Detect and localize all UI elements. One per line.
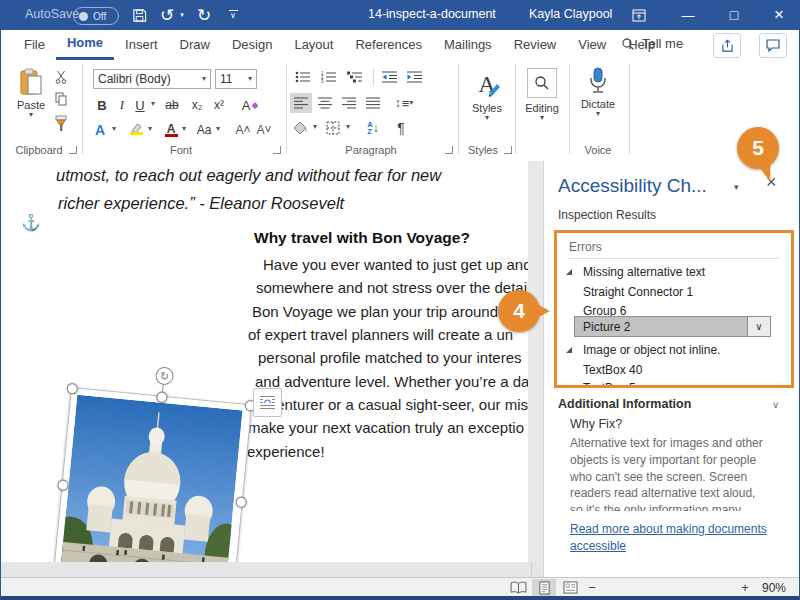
clipboard-dialog-launcher[interactable] — [69, 146, 77, 154]
align-left-button[interactable] — [290, 93, 312, 113]
pilcrow-icon: ¶ — [397, 120, 405, 136]
error-item[interactable]: TextBox 5 — [583, 381, 636, 388]
resize-handle-middle-right[interactable] — [235, 496, 247, 508]
ribbon-display-options-button[interactable] — [627, 0, 651, 30]
tab-insert[interactable]: Insert — [114, 30, 169, 60]
collapse-triangle-icon[interactable] — [566, 269, 572, 275]
editing-button[interactable]: Editing ▾ — [520, 68, 564, 122]
document-page[interactable]: utmost, to reach out eagerly and without… — [1, 161, 528, 562]
font-dialog-launcher[interactable] — [273, 146, 281, 154]
error-group-label[interactable]: Image or object not inline. — [583, 343, 720, 357]
shading-button[interactable] — [290, 118, 310, 138]
error-item[interactable]: TextBox 40 — [583, 363, 642, 377]
read-mode-button[interactable] — [506, 579, 530, 596]
tell-me-search[interactable]: Tell me — [621, 36, 683, 51]
tab-layout[interactable]: Layout — [283, 30, 344, 60]
tab-home[interactable]: Home — [56, 30, 114, 60]
undo-button[interactable]: ↺ — [156, 0, 178, 30]
maximize-button[interactable]: □ — [719, 0, 749, 30]
tab-review[interactable]: Review — [503, 30, 568, 60]
resize-handle-top-center[interactable] — [156, 391, 168, 403]
highlight-button[interactable] — [127, 118, 145, 140]
multilevel-list-button[interactable] — [345, 68, 365, 86]
zoom-level[interactable]: 90% — [757, 579, 791, 596]
error-item[interactable]: Straight Connector 1 — [583, 285, 693, 299]
numbering-button[interactable]: 123 — [319, 68, 339, 86]
collapse-triangle-icon[interactable] — [566, 347, 572, 353]
undo-dropdown[interactable]: ▾ — [177, 0, 187, 30]
underline-dropdown[interactable]: ▾ — [148, 100, 158, 108]
read-more-link[interactable]: Read more about making documents accessi… — [570, 521, 775, 556]
show-hide-pilcrow-button[interactable]: ¶ — [391, 118, 411, 138]
copy-button[interactable] — [51, 90, 71, 108]
text-effects-label: A — [95, 122, 105, 138]
dictate-button[interactable]: Dictate ▾ — [575, 66, 621, 118]
underline-button[interactable]: U — [132, 95, 148, 115]
shrink-font-button[interactable]: A˅ — [254, 120, 274, 140]
grow-font-button[interactable]: A˄ — [233, 120, 253, 140]
rotation-handle[interactable]: ↻ — [155, 366, 175, 386]
layout-options-button[interactable] — [253, 388, 282, 417]
align-center-button[interactable] — [314, 93, 336, 113]
tab-view[interactable]: View — [567, 30, 617, 60]
borders-button[interactable] — [323, 118, 343, 138]
highlight-dropdown[interactable]: ▾ — [145, 125, 155, 133]
tab-draw[interactable]: Draw — [169, 30, 221, 60]
customize-qat-button[interactable]: ∨ — [225, 0, 241, 30]
align-right-button[interactable] — [338, 93, 360, 113]
format-painter-button[interactable] — [49, 112, 73, 134]
close-button[interactable]: × — [763, 0, 795, 30]
web-layout-button[interactable] — [558, 579, 582, 596]
tab-mailings[interactable]: Mailings — [433, 30, 503, 60]
body-line: of expert travel planners will create a … — [248, 326, 513, 343]
resize-handle-top-left[interactable] — [66, 383, 78, 395]
error-group-label[interactable]: Missing alternative text — [583, 265, 705, 279]
bold-button[interactable]: B — [93, 95, 111, 115]
zoom-in-button[interactable]: + — [737, 579, 753, 596]
autosave-toggle[interactable]: Off — [73, 7, 119, 25]
minimize-button[interactable]: — — [673, 0, 703, 30]
cut-button[interactable] — [51, 68, 71, 86]
shading-dropdown[interactable]: ▾ — [310, 123, 320, 131]
change-case-button[interactable]: Aa — [193, 120, 215, 140]
paragraph-dialog-launcher[interactable] — [445, 146, 453, 154]
change-case-dropdown[interactable]: ▾ — [213, 125, 223, 133]
decrease-indent-button[interactable] — [379, 68, 401, 86]
zoom-out-button[interactable]: − — [584, 579, 600, 596]
justify-button[interactable] — [362, 93, 384, 113]
share-button[interactable] — [713, 33, 741, 58]
additional-information-header[interactable]: Additional Information — [558, 397, 691, 411]
text-effects-button[interactable]: A — [91, 120, 109, 140]
print-layout-button[interactable] — [532, 579, 556, 596]
horizontal-scrollbar[interactable] — [1, 562, 542, 577]
superscript-button[interactable]: x² — [209, 95, 229, 115]
tab-design[interactable]: Design — [221, 30, 283, 60]
italic-button[interactable]: I — [114, 95, 130, 115]
redo-button[interactable]: ↻ — [193, 0, 215, 30]
font-color-dropdown[interactable]: ▾ — [179, 125, 189, 133]
paste-button[interactable]: Paste ▾ — [11, 68, 51, 119]
save-button[interactable] — [127, 0, 151, 30]
subscript-button[interactable]: x₂ — [187, 95, 207, 115]
error-item-selected[interactable]: Picture 2 ∨ — [574, 316, 771, 337]
clear-formatting-button[interactable]: A ◆ — [239, 95, 261, 115]
borders-dropdown[interactable]: ▾ — [343, 123, 353, 131]
chevron-down-icon[interactable]: ∨ — [772, 399, 779, 410]
selected-picture[interactable]: ↻ — [52, 387, 252, 562]
increase-indent-button[interactable] — [404, 68, 426, 86]
styles-dialog-launcher[interactable] — [504, 146, 512, 154]
font-color-button[interactable]: A — [163, 118, 179, 140]
text-effects-dropdown[interactable]: ▾ — [109, 125, 119, 133]
strikethrough-button[interactable]: ab — [161, 95, 183, 115]
line-spacing-button[interactable]: ↕ ≡ ▾ — [391, 93, 417, 113]
tab-references[interactable]: References — [344, 30, 432, 60]
comments-button[interactable] — [759, 33, 787, 58]
font-size-combo[interactable]: 11 ▾ — [215, 69, 257, 89]
font-name-combo[interactable]: Calibri (Body) ▾ — [93, 69, 211, 89]
error-item-dropdown[interactable]: ∨ — [747, 317, 770, 336]
pane-dropdown-icon[interactable]: ▾ — [734, 182, 739, 192]
bullets-button[interactable] — [293, 68, 313, 86]
tab-file[interactable]: File — [13, 30, 56, 60]
sort-button[interactable]: AZ ↓ — [361, 118, 385, 138]
styles-button[interactable]: A Styles ▾ — [464, 68, 510, 122]
